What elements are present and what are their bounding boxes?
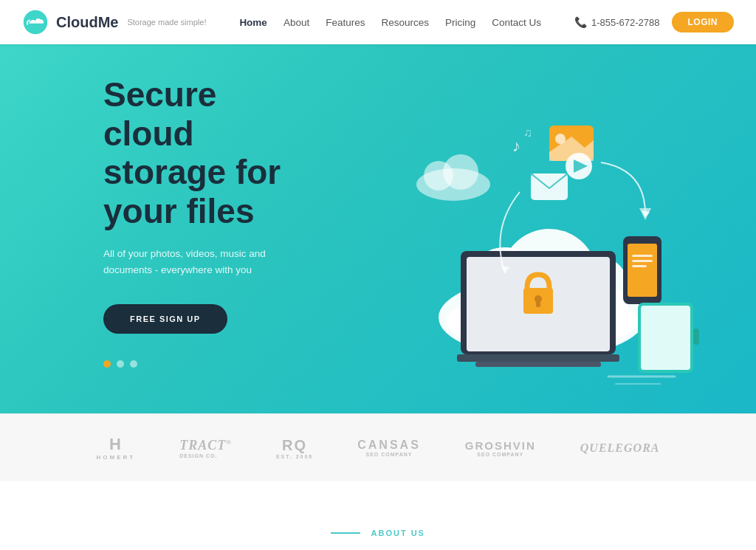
hero-dot-3[interactable] xyxy=(130,360,137,368)
signup-button[interactable]: FREE SIGN UP xyxy=(103,304,227,334)
logo-icon xyxy=(22,9,49,35)
hero-title: Secure cloud storage for your files xyxy=(103,75,310,232)
svg-rect-24 xyxy=(693,329,699,345)
main-nav: Home About Features Resources Pricing Co… xyxy=(239,17,541,28)
hero-section: Secure cloud storage for your files All … xyxy=(0,44,756,413)
hero-dots xyxy=(103,360,310,368)
svg-rect-15 xyxy=(457,354,619,362)
svg-point-8 xyxy=(443,154,478,190)
phone-icon: 📞 xyxy=(574,16,587,28)
logo-tagline: Storage made simple! xyxy=(127,18,206,27)
hero-content: Secure cloud storage for your files All … xyxy=(0,75,310,368)
about-label: ABOUT US xyxy=(0,526,756,539)
partner-logo-tract: tract® design co. xyxy=(179,438,232,458)
login-button[interactable]: LOGIN xyxy=(672,12,735,32)
nav-about[interactable]: About xyxy=(284,17,309,28)
svg-text:♪: ♪ xyxy=(512,137,520,155)
about-title: What is CloudMe? xyxy=(0,546,756,550)
about-label-line xyxy=(331,532,360,534)
hero-dot-2[interactable] xyxy=(117,360,124,368)
svg-text:♫: ♫ xyxy=(523,126,532,139)
svg-rect-23 xyxy=(641,306,690,370)
partner-logo-quelegora: Quelegora xyxy=(580,441,660,455)
nav-resources[interactable]: Resources xyxy=(381,17,429,28)
svg-rect-18 xyxy=(628,244,657,297)
nav-pricing[interactable]: Pricing xyxy=(445,17,475,28)
illus-svg: ♪ ♫ xyxy=(387,66,712,391)
nav-home[interactable]: Home xyxy=(239,17,267,28)
partner-logo-cansas: CANSAS SEO COMPANY xyxy=(357,439,421,457)
svg-rect-20 xyxy=(632,260,653,262)
partner-logo-homert: H HOMERT xyxy=(97,435,136,461)
about-section-label: ABOUT US xyxy=(371,529,425,537)
svg-rect-14 xyxy=(536,301,540,307)
svg-rect-16 xyxy=(475,362,601,367)
partner-logo-groshvin: GROSHVIN SEO COMPANY xyxy=(465,439,536,457)
header-right: 📞 1-855-672-2788 LOGIN xyxy=(574,12,734,32)
header: CloudMe Storage made simple! Home About … xyxy=(0,0,756,44)
partner-logo-rq: RQ EST. 2006 xyxy=(276,437,313,459)
svg-rect-19 xyxy=(632,255,653,257)
hero-illustration: ♪ ♫ xyxy=(387,66,712,391)
svg-rect-21 xyxy=(632,265,647,267)
nav-features[interactable]: Features xyxy=(326,17,365,28)
phone-area: 📞 1-855-672-2788 xyxy=(574,16,660,28)
logos-strip: H HOMERT tract® design co. RQ EST. 2006 … xyxy=(0,413,756,481)
nav-contact[interactable]: Contact Us xyxy=(492,17,541,28)
hero-dot-1[interactable] xyxy=(103,360,111,368)
hero-subtitle: All of your photos, videos, music and do… xyxy=(103,246,310,278)
phone-number: 1-855-672-2788 xyxy=(591,17,660,28)
about-section: ABOUT US What is CloudMe? xyxy=(0,481,756,550)
logo-text: CloudMe xyxy=(56,14,118,31)
svg-marker-33 xyxy=(642,210,650,218)
logo-area: CloudMe Storage made simple! xyxy=(22,9,206,35)
